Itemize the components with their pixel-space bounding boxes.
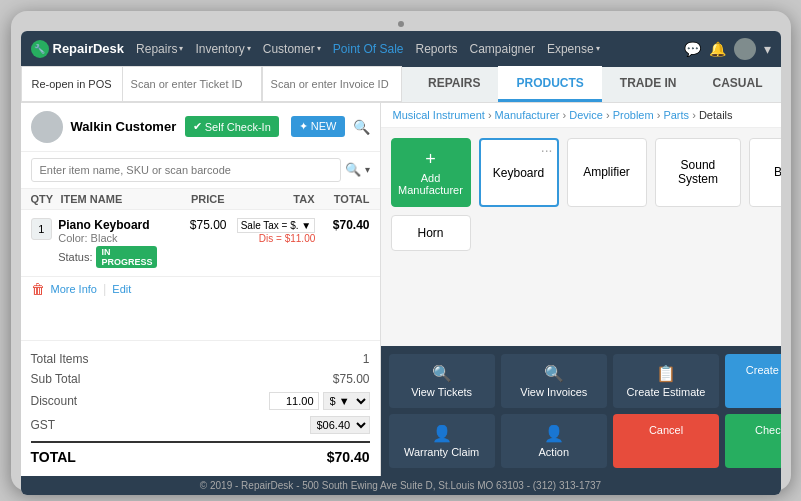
nav-icons: 💬 🔔 ▾ (684, 38, 771, 60)
horn-card[interactable]: Horn (391, 215, 471, 251)
grand-total-value: $70.40 (327, 449, 370, 465)
user-dropdown-icon[interactable]: ▾ (764, 41, 771, 57)
tab-repairs[interactable]: REPAIRS (410, 66, 498, 102)
notification-icon[interactable]: 🔔 (709, 41, 726, 57)
item-name: Piano Keyboard (58, 218, 157, 232)
total-items-value: 1 (363, 352, 370, 366)
nav-pos[interactable]: Point Of Sale (333, 42, 404, 56)
footer-text: © 2019 - RepairDesk - 500 South Ewing Av… (200, 480, 601, 491)
tab-products[interactable]: PRODUCTS (498, 66, 601, 102)
right-panel: Musical Instrument › Manufacturer › Devi… (381, 103, 781, 476)
scan-ticket-input[interactable] (122, 66, 262, 102)
add-manufacturer-card[interactable]: + AddManufacturer (391, 138, 471, 207)
create-ticket-button[interactable]: Create Ticket (725, 354, 780, 408)
view-tickets-icon: 🔍 (432, 364, 452, 383)
discount-row: Discount $ ▼ % (31, 389, 370, 413)
new-button[interactable]: ✦ NEW (291, 116, 345, 137)
sound-system-card[interactable]: Sound System (655, 138, 742, 207)
amplifier-label: Amplifier (583, 165, 630, 179)
breadcrumb-details: Details (699, 109, 733, 121)
create-estimate-button[interactable]: 📋 Create Estimate (613, 354, 719, 408)
scan-invoice-input[interactable] (262, 66, 402, 102)
warranty-label: Warranty Claim (404, 446, 479, 458)
view-invoices-button[interactable]: 🔍 View Invoices (501, 354, 607, 408)
table-row: 1 Piano Keyboard Color: Black Status: IN… (21, 210, 380, 277)
category-row-2: Horn (391, 215, 781, 251)
header-tax: TAX (225, 193, 315, 205)
tab-casual[interactable]: CASUAL (695, 66, 781, 102)
delete-item-icon[interactable]: 🗑 (31, 281, 45, 297)
discount-type-select[interactable]: $ ▼ % (323, 392, 370, 410)
view-invoices-label: View Invoices (520, 386, 587, 398)
item-search-dropdown[interactable]: ▾ (365, 164, 370, 175)
nav-expense[interactable]: Expense ▾ (547, 42, 600, 56)
brand-logo[interactable]: 🔧 RepairDesk (31, 40, 125, 58)
brass-label: Brass (774, 165, 781, 179)
item-search-input[interactable] (31, 158, 341, 182)
item-search-row: 🔍 ▾ (21, 152, 380, 189)
edit-link[interactable]: Edit (112, 283, 131, 295)
self-checkin-button[interactable]: ✔ Self Check-In (185, 116, 279, 137)
breadcrumb-manufacturer[interactable]: Manufacturer (495, 109, 560, 121)
keyboard-label: Keyboard (481, 160, 557, 186)
item-tax: Sale Tax = $. ▼ Dis = $11.00 (227, 218, 316, 244)
brass-card[interactable]: Brass (749, 138, 780, 207)
breadcrumb-parts[interactable]: Parts (663, 109, 689, 121)
breadcrumb-musical[interactable]: Musical Instrument (393, 109, 485, 121)
reopen-pos-button[interactable]: Re-open in POS (21, 66, 122, 102)
discount-label: Discount (31, 394, 78, 408)
category-row-1: + AddManufacturer ··· Keyboard Amplifier… (391, 138, 781, 207)
brand-icon: 🔧 (31, 40, 49, 58)
tab-trade-in[interactable]: TRADE IN (602, 66, 695, 102)
chat-icon[interactable]: 💬 (684, 41, 701, 57)
action-label: Action (539, 446, 570, 458)
breadcrumb-problem[interactable]: Problem (613, 109, 654, 121)
view-tickets-button[interactable]: 🔍 View Tickets (389, 354, 495, 408)
nav-inventory-arrow: ▾ (247, 44, 251, 53)
total-items-label: Total Items (31, 352, 89, 366)
status-label: Status: (58, 251, 92, 263)
customer-search-button[interactable]: 🔍 (353, 119, 370, 135)
discount-input[interactable] (269, 392, 319, 410)
cancel-button[interactable]: Cancel (613, 414, 719, 468)
keyboard-card[interactable]: ··· Keyboard (479, 138, 559, 207)
sub-total-label: Sub Total (31, 372, 81, 386)
tax-select[interactable]: Sale Tax = $. ▼ (237, 218, 316, 233)
category-grid: + AddManufacturer ··· Keyboard Amplifier… (381, 128, 781, 346)
nav-reports[interactable]: Reports (416, 42, 458, 56)
item-price: $75.00 (157, 218, 226, 232)
top-nav: 🔧 RepairDesk Repairs ▾ Inventory ▾ Custo… (21, 31, 781, 67)
create-estimate-icon: 📋 (656, 364, 676, 383)
nav-campaigner[interactable]: Campaigner (470, 42, 535, 56)
amplifier-card[interactable]: Amplifier (567, 138, 647, 207)
warranty-claim-button[interactable]: 👤 Warranty Claim (389, 414, 495, 468)
gst-label: GST (31, 418, 56, 432)
item-total: $70.40 (315, 218, 369, 232)
action-button[interactable]: 👤 Action (501, 414, 607, 468)
nav-repairs[interactable]: Repairs ▾ (136, 42, 183, 56)
bottom-buttons: 🔍 View Tickets 🔍 View Invoices 📋 Create … (381, 346, 781, 476)
cancel-label: Cancel (649, 424, 683, 436)
checkout-button[interactable]: Checkout (725, 414, 780, 468)
horn-label: Horn (417, 226, 443, 240)
warranty-icon: 👤 (432, 424, 452, 443)
customer-name: Walkin Customer (71, 119, 177, 134)
breadcrumb: Musical Instrument › Manufacturer › Devi… (381, 103, 781, 128)
totals-section: Total Items 1 Sub Total $75.00 Discount … (21, 340, 380, 476)
sub-total-row: Sub Total $75.00 (31, 369, 370, 389)
nav-customer[interactable]: Customer ▾ (263, 42, 321, 56)
tab-group: REPAIRS PRODUCTS TRADE IN CASUAL (410, 66, 780, 102)
keyboard-more-icon[interactable]: ··· (541, 142, 553, 158)
table-header: QTY ITEM NAME PRICE TAX TOTAL (21, 189, 380, 210)
item-color: Color: Black (58, 232, 157, 244)
user-avatar[interactable] (734, 38, 756, 60)
gst-select[interactable]: $06.40 (310, 416, 370, 434)
status-badge: IN PROGRESS (96, 246, 157, 268)
breadcrumb-device[interactable]: Device (569, 109, 603, 121)
sub-total-value: $75.00 (333, 372, 370, 386)
grand-total-label: TOTAL (31, 449, 76, 465)
checkin-icon: ✔ (193, 120, 202, 133)
action-icon: 👤 (544, 424, 564, 443)
nav-inventory[interactable]: Inventory ▾ (195, 42, 250, 56)
more-info-link[interactable]: More Info (51, 283, 97, 295)
